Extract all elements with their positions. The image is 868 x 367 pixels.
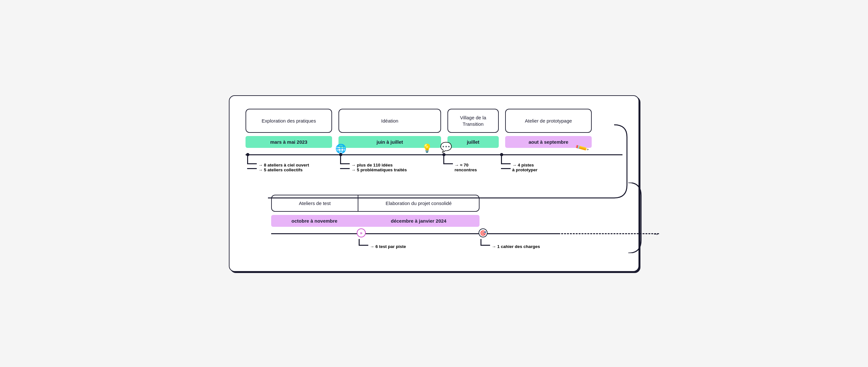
phase-5-label: Ateliers de test [299, 200, 331, 206]
tl-hline-3a [443, 163, 453, 164]
period-bar-1: mars à mai 2023 [246, 136, 332, 148]
tl-hline-1b [247, 168, 257, 169]
bottom-period-bar-1: octobre à novembre [271, 215, 358, 227]
tl-vline-3 [443, 154, 444, 163]
tl-text-2b: → 5 problématiques traités [351, 167, 407, 172]
tl-vline-4 [501, 154, 502, 163]
phase-boxes-row: Exploration des pratiques Idéation Villa… [246, 109, 622, 133]
top-timeline: 🌐 → 8 ateliers à ciel ouvert → 5 atelier… [246, 150, 622, 179]
double-chevron-icon: » [357, 228, 366, 237]
btl-text-1: → 6 test par piste [370, 244, 406, 249]
phase-box-2: Idéation [339, 109, 441, 133]
tl-vline-1 [247, 154, 248, 163]
bottom-timeline: → » → 6 test par piste 🎯 → 1 cahier des … [271, 229, 622, 255]
bottom-period-bars: octobre à novembre décembre à janvier 20… [271, 215, 622, 227]
bottom-period-bar-2: décembre à janvier 2024 [358, 215, 479, 227]
main-container: Exploration des pratiques Idéation Villa… [229, 95, 639, 272]
bottom-phase-boxes: Ateliers de test Elaboration du projet c… [271, 195, 622, 212]
tl-text-4a: → 4 pistes [512, 163, 534, 167]
tl-text-4b: à prototyper [512, 167, 537, 172]
period-3-label: juillet [467, 139, 479, 145]
phase-4-label: Atelier de prototypage [525, 118, 572, 124]
tl-text-1b: → 5 ateliers collectifs [258, 167, 303, 172]
globe-icon: 🌐 [335, 143, 346, 154]
phase-3-label: Village de la Transition [456, 115, 490, 127]
phase-box-3: Village de la Transition [447, 109, 499, 133]
tl-text-1a: → 8 ateliers à ciel ouvert [258, 163, 309, 167]
tl-hline-2a [340, 163, 350, 164]
timeline-horizontal-line [246, 154, 622, 155]
bottom-box-1: Ateliers de test [271, 195, 358, 212]
phase-1-label: Exploration des pratiques [261, 118, 316, 124]
phase-box-1: Exploration des pratiques [246, 109, 332, 133]
period-2-label: juin à juillet [377, 139, 403, 145]
btl-text-2: → 1 cahier des charges [492, 244, 540, 249]
tl-hline-1a [247, 163, 257, 164]
tl-text-2a: → plus de 110 idées [351, 163, 393, 167]
period-6-label: décembre à janvier 2024 [391, 218, 446, 224]
bottom-box-2: Elaboration du projet consolidé [358, 195, 479, 212]
tl-hline-2b [340, 168, 350, 169]
bulb-icon: 💡 [422, 143, 432, 153]
phase-box-4: Atelier de prototypage [505, 109, 592, 133]
phase-6-label: Elaboration du projet consolidé [385, 200, 452, 206]
tl-hline-4a [501, 163, 510, 164]
top-section: Exploration des pratiques Idéation Villa… [246, 109, 622, 179]
period-1-label: mars à mai 2023 [270, 139, 307, 145]
btl-hline-1 [359, 245, 368, 246]
period-bar-3: juillet [447, 136, 499, 148]
btl-vline-1 [359, 239, 360, 245]
tl-vline-2 [340, 154, 341, 163]
period-5-label: octobre à novembre [291, 218, 337, 224]
phase-2-label: Idéation [381, 118, 398, 124]
tl-hline-4b [501, 168, 510, 169]
chat-icon: 💬 [440, 141, 452, 153]
tl-text-3a: → ≈ 70 [455, 163, 468, 167]
target-icon: 🎯 [478, 228, 488, 237]
btl-hline-2 [480, 245, 490, 246]
right-curve-connector [625, 182, 644, 253]
bottom-section: Ateliers de test Elaboration du projet c… [246, 195, 622, 255]
period-bars-row: mars à mai 2023 juin à juillet juillet a… [246, 136, 622, 148]
tl-text-3b: rencontres [455, 167, 477, 172]
period-4-label: aout à septembre [529, 139, 568, 145]
btl-vline-2 [480, 239, 482, 245]
bottom-dashed-line [483, 233, 659, 234]
arrow-right-icon: → [653, 230, 659, 238]
